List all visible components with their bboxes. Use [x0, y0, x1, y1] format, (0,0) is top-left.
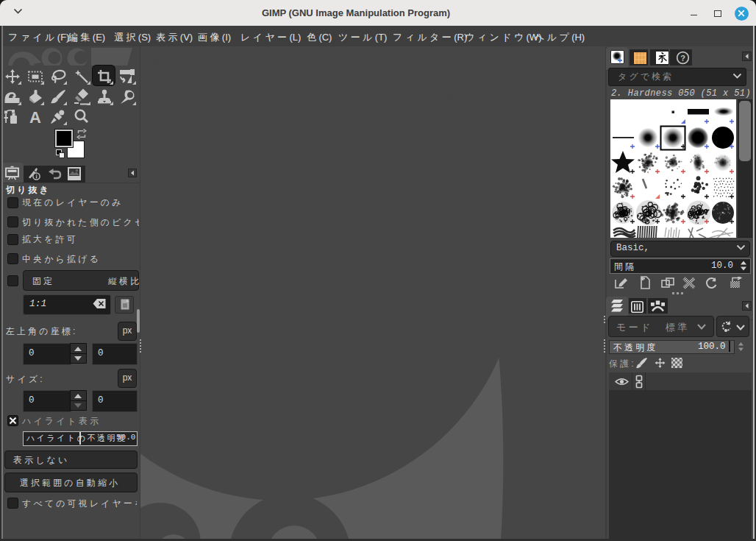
svg-text:?: ?	[680, 54, 685, 63]
svg-text:A: A	[29, 108, 41, 126]
